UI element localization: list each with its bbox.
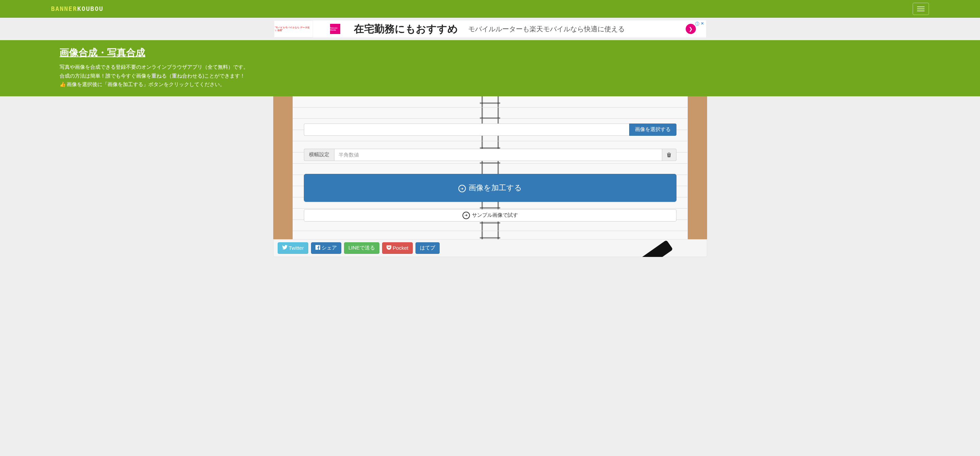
logo-text-banner: BANNER: [51, 5, 77, 12]
twitter-icon: [282, 245, 288, 251]
logo-text-koubou: KOUBOU: [77, 5, 103, 12]
circle-arrow-right-icon: [458, 183, 466, 192]
ad-info-icon[interactable]: ⓘ: [695, 21, 699, 27]
ad-arrow-icon: ❯: [686, 24, 696, 34]
hamburger-bar-icon: [917, 11, 924, 11]
ad-thumbnail: "モバイルモバイルなら データ使い放題": [274, 21, 313, 37]
desc-line: 👍画像を選択後に「画像を加工する」ボタンをクリックしてください。: [60, 80, 929, 89]
hamburger-bar-icon: [917, 8, 924, 9]
sample-button-label: サンプル画像で試す: [472, 212, 518, 218]
share-facebook-button[interactable]: シェア: [311, 242, 341, 254]
thumbs-up-icon: 👍: [60, 80, 66, 89]
share-line-button[interactable]: LINEで送る: [344, 242, 379, 254]
file-path-input[interactable]: [304, 124, 629, 136]
desc-line: 合成の方法は簡単！誰でも今すぐ画像を重ねる（重ね合わせる)ことができます！: [60, 71, 929, 80]
share-label: はてブ: [420, 245, 435, 251]
share-pocket-button[interactable]: Pocket: [382, 242, 413, 254]
ad-controls: ⓘ ✕: [695, 21, 704, 27]
ad-region: "モバイルモバイルなら データ使い放題" Rakuten Mobile 在宅勤務…: [0, 18, 980, 40]
try-sample-button[interactable]: サンプル画像で試す: [304, 209, 676, 221]
page-description: 写真や画像を合成できる登録不要のオンラインブラウザアプリ（全て無料）です。 合成…: [60, 63, 929, 89]
trash-icon: [667, 152, 671, 157]
facebook-icon: [315, 245, 320, 251]
circle-arrow-right-icon: [463, 212, 470, 219]
process-button-label: 画像を加工する: [469, 183, 522, 193]
hamburger-bar-icon: [917, 6, 924, 7]
share-label: シェア: [321, 245, 337, 251]
share-label: Twitter: [289, 245, 304, 251]
ad-brand-badge: Rakuten Mobile: [330, 24, 340, 34]
width-setting-row: 横幅設定: [304, 149, 676, 161]
ad-headline: 在宅勤務にもおすすめ: [354, 22, 458, 36]
width-label: 横幅設定: [304, 149, 334, 161]
ad-close-icon[interactable]: ✕: [701, 21, 704, 27]
ad-banner[interactable]: "モバイルモバイルなら データ使い放題" Rakuten Mobile 在宅勤務…: [274, 21, 706, 37]
clear-width-button[interactable]: [662, 149, 676, 161]
page-title[interactable]: 画像合成・写真合成: [60, 46, 145, 59]
desc-line: 写真や画像を合成できる登録不要のオンラインブラウザアプリ（全て無料）です。: [60, 63, 929, 71]
share-hatena-button[interactable]: はてブ: [415, 242, 440, 254]
file-select-button[interactable]: 画像を選択する: [629, 124, 676, 136]
file-select-row: 画像を選択する: [304, 124, 676, 136]
menu-toggle-button[interactable]: [913, 3, 929, 15]
pocket-icon: [387, 245, 391, 251]
ad-subtext: モバイルルーターも楽天モバイルなら快適に使える: [468, 24, 625, 34]
navbar: BANNERKOUBOU: [0, 0, 980, 18]
share-label: Pocket: [393, 245, 408, 251]
main-form-area: 画像を選択する 横幅設定 画像を加工する サンプル画像で試す: [273, 96, 707, 239]
process-image-button[interactable]: 画像を加工する: [304, 174, 676, 202]
site-logo[interactable]: BANNERKOUBOU: [51, 5, 103, 12]
desc-text: 画像を選択後に「画像を加工する」ボタンをクリックしてください。: [67, 81, 225, 87]
share-label: LINEで送る: [348, 245, 375, 251]
width-input[interactable]: [334, 149, 662, 161]
share-bar: Twitter シェア LINEで送る Pocket はてブ: [273, 239, 707, 257]
page-header: 画像合成・写真合成 写真や画像を合成できる登録不要のオンラインブラウザアプリ（全…: [0, 40, 980, 96]
share-twitter-button[interactable]: Twitter: [278, 242, 308, 254]
